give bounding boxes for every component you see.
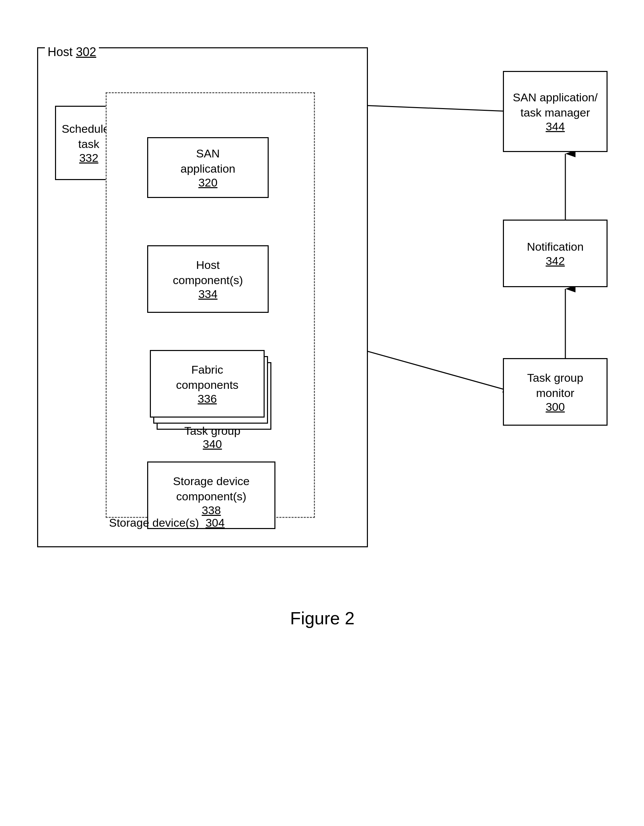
fabric-components-label: Fabriccomponents bbox=[176, 362, 238, 392]
storage-device-number: 304 bbox=[206, 516, 225, 529]
dashed-box: SANapplication 320 Hostcomponent(s) 334 … bbox=[106, 92, 315, 518]
task-group-number: 340 bbox=[184, 438, 240, 451]
notification-number: 342 bbox=[546, 255, 565, 267]
task-group-monitor-label: Task groupmonitor bbox=[527, 370, 583, 400]
host-number: 302 bbox=[76, 45, 96, 59]
san-task-manager-number: 344 bbox=[546, 120, 565, 133]
storage-device-comp-number: 338 bbox=[202, 504, 221, 517]
san-task-manager-box: SAN application/task manager 344 bbox=[503, 71, 608, 152]
task-group-text: Task group bbox=[184, 424, 240, 438]
host-text: Host bbox=[48, 45, 73, 59]
host-components-box: Hostcomponent(s) 334 bbox=[147, 245, 269, 313]
scheduled-task-number: 332 bbox=[79, 151, 99, 165]
fabric-components-number: 336 bbox=[198, 392, 217, 405]
storage-device-comp-label: Storage devicecomponent(s) bbox=[173, 474, 250, 503]
host-components-label: Hostcomponent(s) bbox=[173, 258, 243, 287]
host-box: Host 302 Scheduledtask 332 SANapplicatio… bbox=[37, 47, 368, 547]
storage-device-label: Storage device(s) 304 bbox=[109, 516, 225, 529]
host-label: Host 302 bbox=[45, 45, 99, 59]
fabric-components-box: Fabriccomponents 336 bbox=[150, 350, 265, 418]
host-components-number: 334 bbox=[198, 287, 218, 301]
task-group-label: Task group 340 bbox=[184, 424, 240, 451]
notification-label: Notification bbox=[527, 239, 584, 254]
figure-label: Figure 2 bbox=[290, 608, 355, 628]
san-task-manager-label: SAN application/task manager bbox=[513, 90, 598, 120]
san-app-box: SANapplication 320 bbox=[147, 137, 269, 198]
task-group-monitor-number: 300 bbox=[546, 401, 565, 413]
san-app-label: SANapplication bbox=[181, 146, 235, 175]
san-app-number: 320 bbox=[198, 176, 218, 189]
page-container: Host 302 Scheduledtask 332 SANapplicatio… bbox=[0, 0, 644, 826]
diagram-area: Host 302 Scheduledtask 332 SANapplicatio… bbox=[27, 27, 618, 669]
storage-device-text: Storage device(s) bbox=[109, 516, 199, 529]
notification-box: Notification 342 bbox=[503, 220, 608, 287]
task-group-monitor-box: Task groupmonitor 300 bbox=[503, 358, 608, 425]
